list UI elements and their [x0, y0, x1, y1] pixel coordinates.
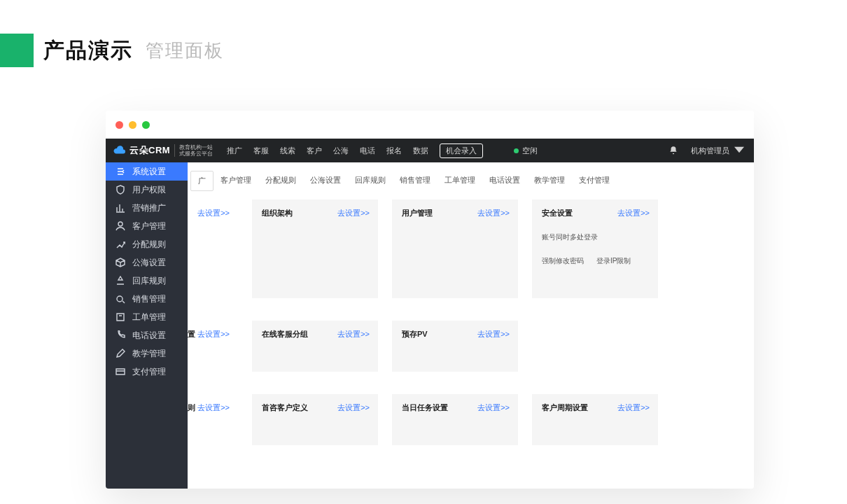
header-nav: 推广客服线索客户公海电话报名数据机会录入空闲: [227, 144, 668, 158]
settings-card-0-1: 组织架构去设置>>: [252, 200, 378, 298]
sidebar-item-9[interactable]: 电话设置: [106, 326, 188, 344]
app-window: 云朵CRM 教育机构一站式服务云平台 推广客服线索客户公海电话报名数据机会录入空…: [106, 111, 754, 489]
status-indicator[interactable]: 空闲: [514, 146, 538, 156]
nav-item-1[interactable]: 客服: [253, 146, 269, 156]
tab-8[interactable]: 教学管理: [527, 171, 572, 191]
settings-grid: 去设置>>组织架构去设置>>用户管理去设置>>安全设置去设置>>账号同时多处登录…: [188, 191, 754, 468]
card-settings-link[interactable]: 去设置>>: [477, 402, 510, 413]
sidebar-item-label: 分配规则: [132, 239, 166, 251]
sidebar-item-5[interactable]: 公海设置: [106, 253, 188, 272]
sales-icon: [115, 294, 125, 304]
sidebar-item-8[interactable]: 工单管理: [106, 308, 188, 326]
sidebar-item-label: 电话设置: [132, 330, 166, 342]
sidebar-item-label: 销售管理: [132, 293, 166, 305]
tab-5[interactable]: 销售管理: [393, 171, 438, 191]
page-banner: 产品演示 管理面板: [0, 34, 224, 67]
sidebar-item-label: 客户管理: [132, 220, 166, 232]
tab-3[interactable]: 公海设置: [303, 171, 348, 191]
card-settings-link[interactable]: 去设置>>: [197, 402, 230, 413]
box-icon: [115, 258, 125, 267]
record-entry-button[interactable]: 机会录入: [440, 144, 483, 158]
recycle-icon: [115, 276, 125, 286]
sidebar-item-label: 营销推广: [132, 202, 166, 214]
sidebar-item-label: 系统设置: [132, 166, 166, 178]
bell-icon[interactable]: [668, 146, 678, 155]
ticket-icon: [115, 312, 125, 322]
card-settings-link[interactable]: 去设置>>: [477, 329, 510, 340]
rule-icon: [115, 239, 125, 249]
settings-card-2-2: 当日任务设置去设置>>: [392, 394, 518, 445]
tab-7[interactable]: 电话设置: [482, 171, 527, 191]
card-settings-link[interactable]: 去设置>>: [337, 329, 370, 340]
settings-card-1-2: 预存PV去设置>>: [392, 321, 518, 372]
settings-card-2-0: 则去设置>>: [188, 394, 238, 445]
chevron-down-icon: [734, 145, 744, 155]
sidebar-item-label: 回库规则: [132, 275, 166, 287]
app-logo[interactable]: 云朵CRM 教育机构一站式服务云平台: [106, 144, 220, 157]
sidebar-item-4[interactable]: 分配规则: [106, 235, 188, 253]
logo-tagline: 教育机构一站式服务云平台: [174, 144, 213, 157]
settings-icon: [115, 167, 125, 176]
sidebar-item-2[interactable]: 营销推广: [106, 199, 188, 217]
sidebar-item-6[interactable]: 回库规则: [106, 272, 188, 290]
nav-item-4[interactable]: 公海: [333, 146, 349, 156]
nav-item-7[interactable]: 数据: [413, 146, 428, 156]
card-settings-link[interactable]: 去设置>>: [337, 208, 370, 218]
card-sub: 强制修改密码: [542, 256, 584, 266]
sidebar-item-0[interactable]: 系统设置: [106, 162, 188, 181]
tab-0[interactable]: 广: [190, 171, 214, 191]
tab-4[interactable]: 回库规则: [348, 171, 393, 191]
tab-1[interactable]: 客户管理: [214, 171, 258, 191]
settings-card-0-3: 安全设置去设置>>账号同时多处登录强制修改密码登录IP限制: [532, 200, 658, 298]
pen-icon: [115, 349, 125, 358]
settings-card-1-1: 在线客服分组去设置>>: [252, 321, 378, 372]
sidebar-item-label: 用户权限: [132, 184, 166, 196]
sidebar-item-10[interactable]: 教学管理: [106, 344, 188, 363]
nav-item-3[interactable]: 客户: [307, 146, 322, 156]
settings-card-0-2: 用户管理去设置>>: [392, 200, 518, 298]
sidebar-item-7[interactable]: 销售管理: [106, 290, 188, 308]
nav-item-0[interactable]: 推广: [227, 146, 242, 156]
card-settings-link[interactable]: 去设置>>: [617, 208, 650, 218]
tab-2[interactable]: 分配规则: [258, 171, 303, 191]
logo-text: 云朵CRM: [130, 144, 170, 157]
settings-card-2-3: 客户周期设置去设置>>: [532, 394, 658, 445]
sidebar-item-label: 工单管理: [132, 312, 166, 323]
max-dot-icon[interactable]: [142, 121, 150, 129]
tab-9[interactable]: 支付管理: [572, 171, 617, 191]
card-sub: 登录IP限制: [596, 256, 631, 266]
main-content: 广客户管理分配规则公海设置回库规则销售管理工单管理电话设置教学管理支付管理 去设…: [188, 162, 754, 489]
card-settings-link[interactable]: 去设置>>: [477, 208, 510, 218]
card-sub: 账号同时多处登录: [542, 232, 598, 242]
cloud-logo-icon: [113, 144, 125, 157]
min-dot-icon[interactable]: [129, 121, 136, 129]
nav-item-2[interactable]: 线索: [280, 146, 295, 156]
phone-icon: [115, 330, 125, 340]
sidebar: 系统设置用户权限营销推广客户管理分配规则公海设置回库规则销售管理工单管理电话设置…: [106, 162, 188, 489]
banner-subtitle: 管理面板: [146, 38, 224, 63]
card-settings-link[interactable]: 去设置>>: [617, 402, 650, 413]
category-tabs: 广客户管理分配规则公海设置回库规则销售管理工单管理电话设置教学管理支付管理: [188, 162, 754, 191]
card-settings-link[interactable]: 去设置>>: [197, 329, 230, 340]
settings-card-1-0: 置去设置>>: [188, 321, 238, 372]
window-controls: [106, 111, 754, 139]
card-settings-link[interactable]: 去设置>>: [197, 208, 230, 218]
sidebar-item-label: 教学管理: [132, 348, 166, 360]
sidebar-item-1[interactable]: 用户权限: [106, 181, 188, 199]
nav-item-6[interactable]: 报名: [386, 146, 402, 156]
header-user[interactable]: 机构管理员: [691, 145, 744, 156]
tab-6[interactable]: 工单管理: [438, 171, 482, 191]
header-right: 机构管理员: [668, 145, 754, 156]
sidebar-item-11[interactable]: 支付管理: [106, 363, 188, 381]
close-dot-icon[interactable]: [115, 121, 123, 129]
banner-accent: [0, 34, 34, 67]
nav-item-5[interactable]: 电话: [360, 146, 375, 156]
sidebar-item-3[interactable]: 客户管理: [106, 217, 188, 235]
shield-icon: [115, 185, 125, 195]
chart-icon: [115, 203, 125, 213]
sidebar-item-label: 支付管理: [132, 366, 166, 378]
banner-title: 产品演示: [43, 36, 133, 65]
user-icon: [115, 221, 125, 231]
settings-card-0-0: 去设置>>: [188, 200, 238, 298]
card-settings-link[interactable]: 去设置>>: [337, 402, 370, 413]
